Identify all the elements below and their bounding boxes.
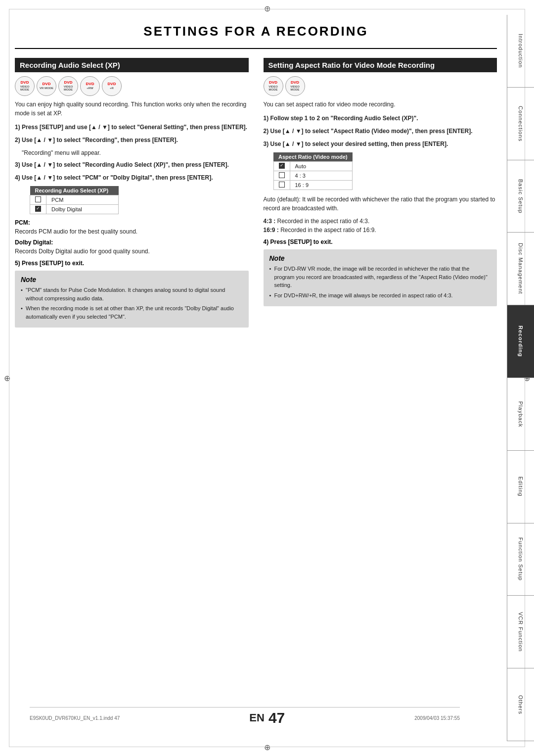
page-number: 47	[268, 709, 285, 726]
left-note-list: "PCM" stands for Pulse Code Modulation. …	[21, 286, 243, 321]
sidebar-item-function-setup: Function Setup	[507, 523, 534, 596]
169-checkbox	[273, 181, 290, 190]
left-column: Recording Audio Select (XP) DVD VIDEO MO…	[15, 58, 249, 328]
sidebar-item-introduction: Introduction	[507, 15, 534, 88]
dvd-badge-plus-r: DVD +R	[102, 76, 122, 96]
menu-header: Recording Audio Select (XP)	[30, 186, 119, 195]
aspect-row-auto: Auto	[273, 162, 353, 171]
sidebar-item-recording: Recording	[507, 305, 534, 378]
right-column: Setting Aspect Ratio for Video Mode Reco…	[264, 58, 497, 328]
right-note-list: For DVD-RW VR mode, the image will be re…	[269, 265, 491, 299]
169-label-cell: 16 : 9	[290, 181, 353, 190]
dvd-badge-video-mode-2: DVD VIDEO MODE	[58, 76, 78, 96]
auto-label-cell: Auto	[290, 162, 353, 171]
right-note-item-1: For DVD-RW VR mode, the image will be re…	[269, 265, 491, 289]
right-note-title: Note	[269, 254, 491, 262]
right-step4: 4) Press [SETUP] to exit.	[264, 238, 497, 245]
auto-checkbox	[273, 162, 290, 171]
left-step3: 3) Use [▲ / ▼] to select "Recording Audi…	[15, 160, 249, 169]
pcm-checkbox	[30, 195, 46, 205]
left-step2-sub: "Recording" menu will appear.	[22, 148, 249, 157]
sidebar-item-connections: Connections	[507, 88, 534, 160]
left-step5: 5) Press [SETUP] to exit.	[15, 260, 249, 267]
sidebar-item-playback: Playback	[507, 378, 534, 451]
right-dvd-badges: DVD VIDEO MODE DVD VIDEO MODE	[264, 76, 497, 96]
auto-text: Auto (default): It will be recorded with…	[264, 195, 497, 213]
menu-row-pcm: PCM	[30, 195, 119, 205]
dolby-term-text: Records Dolby Digital audio for good qua…	[15, 247, 249, 256]
left-note-title: Note	[21, 276, 243, 284]
right-note-box: Note For DVD-RW VR mode, the image will …	[264, 249, 497, 306]
menu-row-dolby: Dolby Digital	[30, 205, 119, 214]
ratio-169-text: 16:9 : Recorded in the aspect ratio of 1…	[264, 227, 497, 234]
left-intro-text: You can enjoy high quality sound recordi…	[15, 100, 249, 118]
recording-audio-menu: Recording Audio Select (XP) PCM Dolby Di…	[30, 186, 119, 214]
bottom-bar: E9SK0UD_DVR670KU_EN_v1.1.indd 47 EN 47 2…	[30, 707, 460, 726]
left-dvd-badges: DVD VIDEO MODE DVD VR MODE DVD VIDEO MOD…	[15, 76, 249, 96]
left-note-box: Note "PCM" stands for Pulse Code Modulat…	[15, 271, 249, 328]
page-title: SETTINGS FOR A RECORDING	[15, 15, 497, 49]
dvd-badge-plus-rw: DVD +RW	[80, 76, 100, 96]
sidebar-item-basic-setup: Basic Setup	[507, 160, 534, 233]
right-step2: 2) Use [▲ / ▼] to select "Aspect Ratio (…	[264, 127, 497, 136]
pcm-label-cell: PCM	[46, 195, 119, 205]
dvd-badge-video-mode-1: DVD VIDEO MODE	[15, 76, 35, 96]
right-note-item-2: For DVD+RW/+R, the image will always be …	[269, 291, 491, 300]
page-number-box: EN 47	[249, 709, 285, 726]
43-label-cell: 4 : 3	[290, 171, 353, 181]
sidebar-item-editing: Editing	[507, 451, 534, 523]
right-section-header: Setting Aspect Ratio for Video Mode Reco…	[264, 58, 497, 72]
aspect-menu-header: Aspect Ratio (Video mode)	[273, 152, 353, 162]
dolby-label-cell: Dolby Digital	[46, 205, 119, 214]
two-column-layout: Recording Audio Select (XP) DVD VIDEO MO…	[15, 58, 497, 328]
left-step2: 2) Use [▲ / ▼] to select "Recording", th…	[15, 136, 249, 144]
aspect-row-43: 4 : 3	[273, 171, 353, 181]
left-section-header: Recording Audio Select (XP)	[15, 58, 249, 72]
right-dvd-badge-2: DVD VIDEO MODE	[285, 76, 305, 96]
bottom-file-label: E9SK0UD_DVR670KU_EN_v1.1.indd 47	[30, 715, 120, 721]
sidebar-item-disc-management: Disc Management	[507, 233, 534, 305]
aspect-row-169: 16 : 9	[273, 181, 353, 190]
right-step3: 3) Use [▲ / ▼] to select your desired se…	[264, 140, 497, 148]
en-badge: EN	[249, 711, 265, 724]
43-checkbox	[273, 171, 290, 181]
dolby-term-label: Dolby Digital:	[15, 239, 249, 246]
right-sidebar: Introduction Connections Basic Setup Dis…	[507, 15, 534, 741]
bottom-date-label: 2009/04/03 15:37:55	[414, 715, 460, 721]
left-note-item-1: "PCM" stands for Pulse Code Modulation. …	[21, 286, 243, 302]
sidebar-item-others: Others	[507, 668, 534, 741]
sidebar-item-vcr-function: VCR Function	[507, 596, 534, 668]
ratio-43-text: 4:3 : Recorded in the aspect ratio of 4:…	[264, 218, 497, 225]
main-content: SETTINGS FOR A RECORDING Recording Audio…	[15, 15, 497, 741]
left-note-item-2: When the recording mode is set at other …	[21, 304, 243, 321]
right-intro-text: You can set aspect ratio for video mode …	[264, 100, 497, 109]
left-step1: 1) Press [SETUP] and use [▲ / ▼] to sele…	[15, 123, 249, 132]
pcm-term-text: Records PCM audio for the best quality s…	[15, 227, 249, 236]
left-step4: 4) Use [▲ / ▼] to select "PCM" or "Dolby…	[15, 173, 249, 182]
dolby-checkbox	[30, 205, 46, 214]
aspect-ratio-menu: Aspect Ratio (Video mode) Auto 4 : 3 16 …	[273, 152, 353, 190]
dvd-badge-vr-mode: DVD VR MODE	[37, 76, 56, 96]
right-dvd-badge-1: DVD VIDEO MODE	[264, 76, 283, 96]
pcm-term-label: PCM:	[15, 219, 249, 226]
right-step1: 1) Follow step 1 to 2 on "Recording Audi…	[264, 114, 497, 123]
